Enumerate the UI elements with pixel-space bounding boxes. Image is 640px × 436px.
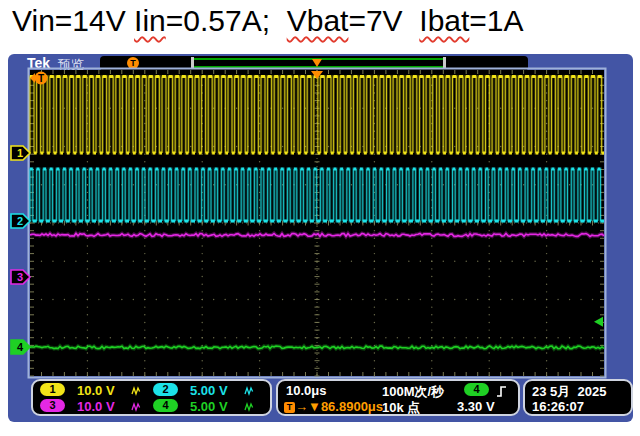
channel-scale-readout-box: 1 10.0 V 2 5.00 V 3 10.0 V 4 5.00 V — [31, 379, 272, 416]
trigger-position-readout: T→▼86.8900μs — [284, 399, 383, 414]
ch4-scale: 5.00 V — [190, 399, 228, 414]
svg-text:T: T — [38, 73, 44, 84]
readout-row: 16:26:07 — [525, 399, 631, 414]
waveform-display: 1234T — [0, 0, 640, 436]
channel4-ground-marker: 4 — [11, 340, 30, 354]
readout-row: 3 10.0 V 4 5.00 V — [33, 399, 270, 414]
ch1-trace — [30, 77, 604, 154]
time-readout: 16:26:07 — [532, 399, 584, 414]
trigger-level-readout: 3.30 V — [457, 399, 495, 414]
trigger-source-badge: 4 — [464, 383, 489, 396]
ch1-badge: 1 — [40, 383, 65, 396]
datetime-readout-box: 23 5月 2025 16:26:07 — [523, 379, 633, 416]
ch4-trace — [30, 346, 604, 349]
channel3-ground-marker: 3 — [11, 270, 30, 284]
ch3-badge: 3 — [40, 399, 65, 412]
ch1-coupling-icon — [131, 383, 142, 395]
channel2-ground-marker: 2 — [11, 214, 30, 228]
ch1-scale: 10.0 V — [77, 383, 115, 398]
ch2-coupling-icon — [244, 383, 255, 395]
ch2-scale: 5.00 V — [190, 383, 228, 398]
svg-text:2: 2 — [17, 215, 23, 227]
svg-text:1: 1 — [17, 147, 23, 159]
ch2-trace — [30, 169, 604, 221]
ch3-trace — [30, 233, 604, 236]
ch2-badge: 2 — [153, 383, 178, 396]
ch3-coupling-icon — [131, 399, 142, 411]
ch4-badge: 4 — [153, 399, 178, 412]
svg-text:3: 3 — [17, 271, 23, 283]
readout-row: 23 5月 2025 — [525, 383, 631, 398]
channel1-ground-marker: 1 — [11, 146, 30, 160]
trigger-t-icon: T — [284, 402, 295, 413]
trigger-slope-icon — [496, 384, 507, 396]
readout-row: T→▼86.8900μs 10k 点 3.30 V — [278, 399, 518, 414]
ch4-coupling-icon — [244, 399, 255, 411]
timebase-readout: 10.0μs — [286, 383, 327, 398]
horizontal-trigger-readout-box: 10.0μs 100M次/秒 4 T→▼86.8900μs 10k 点 3.30… — [276, 379, 520, 416]
readout-row: 1 10.0 V 2 5.00 V — [33, 383, 270, 398]
svg-text:4: 4 — [17, 341, 24, 353]
readout-row: 10.0μs 100M次/秒 4 — [278, 383, 518, 398]
document-page: Vin=14V Iin=0.57A; Vbat=7V Ibat=1A Tek 预… — [0, 0, 640, 436]
ch3-scale: 10.0 V — [77, 399, 115, 414]
record-length-readout: 10k 点 — [382, 399, 420, 417]
